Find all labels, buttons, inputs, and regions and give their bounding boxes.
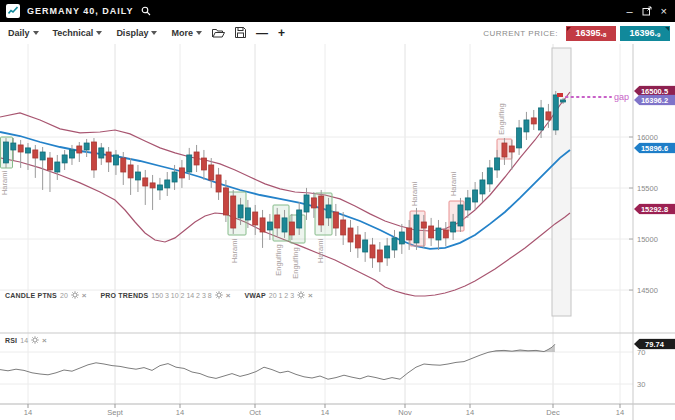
candle-body xyxy=(326,205,331,218)
zoom-out-button[interactable]: — xyxy=(256,28,268,38)
minimize-button[interactable]: – xyxy=(626,6,632,17)
search-icon[interactable] xyxy=(141,2,151,20)
chart-canvas[interactable]: HaramiHaramiEngulfingEngulfingHaramiHara… xyxy=(0,44,675,420)
pattern-label: Harami xyxy=(449,172,458,197)
candle-body xyxy=(106,152,111,162)
menu-more[interactable]: More xyxy=(171,28,202,38)
sell-marker-icon xyxy=(557,93,563,97)
remove-indicator-icon[interactable]: × xyxy=(82,292,87,299)
candle-body xyxy=(517,128,522,148)
candle-body xyxy=(40,152,45,160)
gear-icon[interactable] xyxy=(297,291,305,300)
candle-body xyxy=(333,212,338,228)
candle-body xyxy=(84,143,89,150)
candle-body xyxy=(172,172,177,182)
indicator-name: RSI xyxy=(5,337,17,344)
candle-body xyxy=(553,95,558,130)
chevron-down-icon xyxy=(151,31,157,35)
candle-body xyxy=(385,246,390,258)
candle-body xyxy=(194,152,199,165)
menu-display[interactable]: Display xyxy=(116,28,157,38)
pattern-label: Harami xyxy=(410,182,419,207)
buy-price-badge[interactable]: 16396.9 xyxy=(620,26,670,41)
gear-icon[interactable] xyxy=(71,291,79,300)
indicator-chips: CANDLE PTNS20×PRO TRENDS150 3 10 2 14 2 … xyxy=(5,291,313,300)
candle-body xyxy=(546,112,551,120)
menu-technical[interactable]: Technical xyxy=(53,28,103,38)
candle-body xyxy=(47,158,52,170)
candle-body xyxy=(473,190,478,202)
candle-body xyxy=(502,143,507,157)
close-button[interactable]: × xyxy=(661,6,667,17)
candle-body xyxy=(209,165,214,180)
candle-body xyxy=(113,155,118,165)
chart-window: GERMANY 40, DAILY – × Daily Technical Di… xyxy=(0,0,675,420)
indicator-name: PRO TRENDS xyxy=(100,292,148,299)
indicator-params: 20 1 2 3 xyxy=(269,292,294,299)
candle-body xyxy=(319,196,324,225)
candle-body xyxy=(4,142,9,163)
remove-indicator-icon[interactable]: × xyxy=(42,337,47,344)
popout-button[interactable] xyxy=(642,2,652,20)
open-folder-icon[interactable] xyxy=(212,24,225,42)
pattern-label: Engulfing xyxy=(291,247,300,278)
time-axis-label: 14 xyxy=(466,408,474,417)
candle-body xyxy=(238,205,243,218)
candle-body xyxy=(157,185,162,190)
candle-body xyxy=(311,198,316,208)
candle-body xyxy=(223,188,228,215)
candle-body xyxy=(231,196,236,228)
candle-body xyxy=(150,183,155,188)
indicator-chip-vwap: VWAP20 1 2 3× xyxy=(244,291,312,300)
price-marker-badge: 15896.6 xyxy=(634,143,675,154)
candle-body xyxy=(69,150,74,158)
menu-daily[interactable]: Daily xyxy=(8,28,39,38)
gear-icon[interactable] xyxy=(31,336,39,345)
zoom-in-button[interactable]: + xyxy=(278,28,285,38)
remove-indicator-icon[interactable]: × xyxy=(226,292,231,299)
chart-region: HaramiHaramiEngulfingEngulfingHaramiHara… xyxy=(0,44,675,420)
save-icon[interactable] xyxy=(235,24,246,42)
indicator-chip-pro-trends: PRO TRENDS150 3 10 2 14 2 3 8× xyxy=(100,291,230,300)
candle-body xyxy=(216,175,221,192)
pattern-label: Engulfing xyxy=(497,103,506,134)
indicator-name: CANDLE PTNS xyxy=(5,292,57,299)
candle-body xyxy=(539,108,544,130)
candle-body xyxy=(414,215,419,243)
candle-body xyxy=(363,240,368,252)
candle-body xyxy=(187,155,192,172)
pattern-label: Harami xyxy=(0,171,9,196)
candle-body xyxy=(121,158,126,172)
candle-body xyxy=(282,218,287,232)
time-axis-label: Dec xyxy=(546,408,559,417)
time-axis-label: Nov xyxy=(398,408,411,417)
current-price-label: CURRENT PRICE: xyxy=(483,29,558,38)
candle-body xyxy=(245,208,250,220)
candle-body xyxy=(465,198,470,210)
indicator-chip-candle-ptns: CANDLE PTNS20× xyxy=(5,291,86,300)
candle-body xyxy=(260,218,265,232)
rsi-axis-label: 30 xyxy=(637,380,645,389)
candle-body xyxy=(451,222,456,232)
indicator-params: 20 xyxy=(60,292,68,299)
candle-body xyxy=(531,118,536,124)
window-title: GERMANY 40, DAILY xyxy=(27,6,134,16)
candle-body xyxy=(443,230,448,238)
candle-body xyxy=(407,228,412,240)
app-logo-icon xyxy=(6,4,20,18)
candle-body xyxy=(267,222,272,230)
sell-price-badge[interactable]: 16395.8 xyxy=(566,26,616,41)
gear-icon[interactable] xyxy=(215,291,223,300)
candle-body xyxy=(143,178,148,186)
candle-body xyxy=(429,226,434,238)
titlebar-left: GERMANY 40, DAILY xyxy=(0,2,151,20)
candle-body xyxy=(11,143,16,150)
gap-label: gap xyxy=(614,92,629,102)
toolbar-icons: — + xyxy=(212,24,285,42)
time-axis-label: 14 xyxy=(321,408,329,417)
remove-indicator-icon[interactable]: × xyxy=(308,292,313,299)
indicator-params: 14 xyxy=(20,337,28,344)
indicator-chip-rsi: RSI14× xyxy=(5,336,47,345)
time-axis-label: 14 xyxy=(616,408,624,417)
candle-body xyxy=(62,155,67,163)
